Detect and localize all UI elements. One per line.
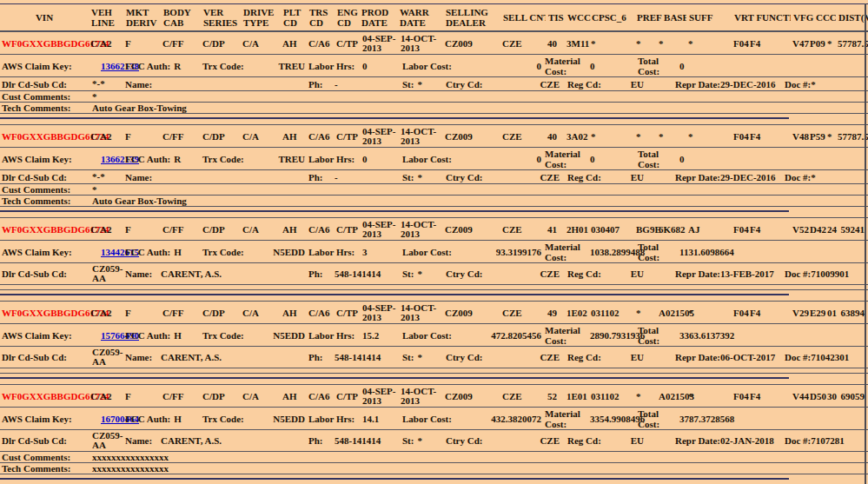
total-cost-value: 0 [679,154,685,164]
aws-claim-key-label: AWS Claim Key: [0,330,89,341]
prod-date-value: 04-SEP-2013 [359,127,397,146]
drive-type-value: C/A [241,308,281,318]
ph-label: Ph: [308,352,335,362]
claim-summary-row: AWS Claim Key: 15766490 FCC Auth: H Trx … [0,324,868,347]
warranty-claims-report: VIN VEH LINE MKT DERIV BODY CAB VER SERI… [0,0,868,484]
cust-comments-row: Cust Comments: * [0,184,868,196]
vehicle-data-row: WF0GXXGBBGDG61724 C/A2 F C/FF C/DP C/A A… [0,124,868,148]
claim-record: WF0GXXGBBGDG61724 C/A2 F C/FF C/DP C/A A… [0,384,868,484]
eng-cd-value: C/TP [335,131,359,142]
vrt-function-value-2: F4 [748,391,791,401]
fcc-auth-value: H [174,247,182,257]
dist-value: 59241 [836,224,868,235]
reg-cd-label: Reg Cd: [567,352,601,362]
reg-cd-value: EU [631,172,644,182]
material-cost-label: Material Cost: [545,325,586,346]
records-container: WF0GXXGBBGDG61724 C/A2 F C/FF C/DP C/A A… [0,31,868,484]
column-header-mkt-deriv: MKT DERIV [123,7,161,28]
name-label: Name: [125,435,161,446]
trs-cd-value: C/A6 [307,38,335,49]
vrt-function-value-1: F04 [732,308,748,318]
name-label: Name: [125,79,161,90]
dealer-info-row: Dlr Cd-Sub Cd: CZ059-AA Name: CARENT, A.… [0,263,868,285]
st-label: St: [402,172,414,182]
pref-value: * [634,391,657,401]
ccc-value: D42 [808,224,825,235]
dist-value: 57787.5 [836,131,868,142]
trs-cd-value: C/A6 [307,391,335,401]
cust-comments-row: Cust Comments: * [0,91,868,103]
suff-value: * [686,308,732,318]
selling-dealer-value: CZ009 [443,224,500,235]
selling-dealer-value: CZ009 [443,308,500,318]
record-separator-line [0,210,789,212]
prod-date-value: 04-SEP-2013 [359,387,397,406]
repr-date-value: 29-DEC-2016 [720,79,776,90]
total-cost-label: Total Cost: [638,408,679,429]
mkt-deriv-value: F [123,224,161,235]
fcc-auth-value: R [174,61,181,71]
tech-comments-value: Auto Gear Box-Towing [89,196,868,206]
vrt-function-value-2: F4 [748,224,791,235]
st-value: * [417,435,422,446]
record-separator-line [0,294,789,295]
column-header-plt-cd: PLT CD [281,7,307,28]
body-cab-value: C/FF [161,308,201,318]
vin-value: WF0GXXGBBGDG61724 [0,308,89,318]
reg-cd-label: Reg Cd: [567,435,601,446]
drive-type-value: C/A [241,131,281,142]
total-cost-value: 3787.3728568 [679,414,734,424]
warr-date-value: 14-OCT-2013 [397,220,443,239]
tis-value: 40 [546,38,565,49]
aws-claim-key-label: AWS Claim Key: [0,247,89,257]
total-cost-value: 0 [679,61,685,71]
ccc-value: E29 [808,308,825,318]
vfg-value: V48 [791,131,808,142]
doc-num-label: Doc #: [785,172,811,182]
trx-code-value: TREU [278,61,305,71]
doc-num-label: Doc #: [785,79,811,90]
vrt-function-value-2: F4 [748,131,791,142]
record-separator [0,207,868,217]
ctry-cd-label: Ctry Cd: [446,79,482,90]
material-cost-value: 1038.2899488 [590,247,645,257]
labor-hrs-label: Labor Hrs: [308,330,362,341]
vfg-value: V29 [791,308,808,318]
labor-hrs-label: Labor Hrs: [308,154,362,164]
mkt-deriv-value: F [123,391,161,401]
material-cost-value: 0 [590,154,595,164]
column-header-vin: VIN [0,12,89,23]
ver-series-value: C/DP [201,224,241,235]
vrt-function-value-1: F04 [732,391,748,401]
tis-value: 49 [546,308,565,318]
column-header-sell-cnt: SELL CNT [500,12,546,23]
pref-value: * [634,38,657,49]
vehicle-data-row: WF0GXXGBBGDG61724 C/A2 F C/FF C/DP C/A A… [0,301,868,324]
eng-cd-value: C/TP [335,308,359,318]
labor-cost-label: Labor Cost: [402,154,452,164]
claim-record: WF0GXXGBBGDG61724 C/A2 F C/FF C/DP C/A A… [0,124,868,217]
tech-comments-row: Tech Comments: Auto Gear Box-Towing [0,103,868,114]
st-label: St: [402,79,414,90]
total-cost-value: 3363.6137392 [679,330,734,341]
claim-record: WF0GXXGBBGDG61724 C/A2 F C/FF C/DP C/A A… [0,217,868,301]
eng-cd-value: C/TP [335,224,359,235]
name-label: Name: [125,269,161,279]
total-cost-label: Total Cost: [638,56,679,76]
material-cost-label: Material Cost: [545,149,586,169]
plt-cd-value: AH [281,391,307,401]
cust-comments-label: Cust Comments: [0,91,89,102]
ctry-cd-value: CZE [540,352,560,362]
repr-date-label: Repr Date: [675,269,720,279]
claim-record: WF0GXXGBBGDG61724 C/A2 F C/FF C/DP C/A A… [0,301,868,384]
ctry-cd-value: CZE [540,435,560,446]
sell-cnt-value: CZE [500,391,546,401]
dlr-cd-sub-cd-value: CZ059-AA [89,264,125,283]
aws-claim-key-label: AWS Claim Key: [0,414,89,424]
tech-comments-value: xxxxxxxxxxxxxxxx [89,463,868,474]
trs-cd-value: C/A6 [307,224,335,235]
cust-comments-label: Cust Comments: [0,184,89,195]
reg-cd-value: EU [631,269,644,279]
st-label: St: [402,269,414,279]
ph-value: 548-141414 [335,269,402,279]
